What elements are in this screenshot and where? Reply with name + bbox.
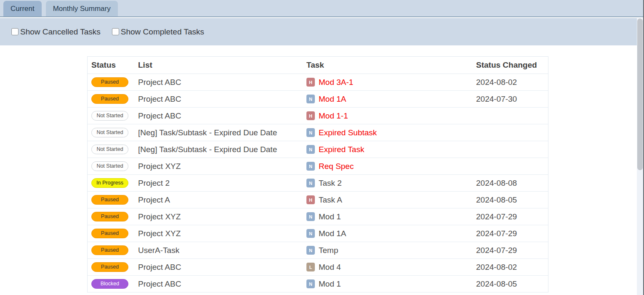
column-header-status: Status [88,61,138,70]
priority-n-icon: N [306,145,315,154]
show-completed-label[interactable]: Show Completed Tasks [121,27,204,37]
table-row[interactable]: PausedProject ABCLMod 42024-08-02 [88,259,548,276]
list-name: Project XYZ [138,229,304,238]
task-cell: NTemp [304,246,476,255]
status-badge: Paused [91,77,128,87]
list-name: Project ABC [138,263,304,272]
task-cell: NExpired Subtask [304,128,476,137]
status-cell: Paused [88,195,138,205]
task-cell: NTask 2 [304,179,476,188]
filter-show-completed: Show Completed Tasks [112,27,204,37]
show-completed-checkbox[interactable] [112,28,119,35]
status-badge: Paused [91,245,128,255]
status-badge: Paused [91,262,128,272]
table-row[interactable]: Not StartedProject ABCHMod 1-1 [88,108,548,124]
scrollbar-thumb[interactable] [637,18,643,170]
tab-current[interactable]: Current [3,1,42,16]
table-row[interactable]: BlockedProject ABCNMod 12024-08-05 [88,276,548,292]
status-badge: Paused [91,94,128,104]
status-cell: Paused [88,229,138,239]
table-row[interactable]: PausedProject XYZNMod 1A2024-07-29 [88,225,548,242]
list-name: Project XYZ [138,212,304,221]
list-name: Project XYZ [138,162,304,171]
table-row[interactable]: Not Started[Neg] Task/Subtask - Expired … [88,141,548,158]
list-name: Project 2 [138,179,304,188]
status-changed-date: 2024-08-05 [476,279,548,289]
priority-h-icon: H [306,111,315,120]
status-changed-date: 2024-07-30 [476,95,548,104]
status-cell: Not Started [88,111,138,121]
status-cell: In Progress [88,178,138,188]
status-cell: Blocked [88,279,138,289]
task-name[interactable]: Req Spec [319,162,354,171]
task-cell: HTask A [304,195,476,205]
show-cancelled-label[interactable]: Show Cancelled Tasks [20,27,101,37]
priority-l-icon: L [306,263,315,271]
task-name[interactable]: Mod 1-1 [319,111,348,121]
priority-n-icon: N [306,179,315,187]
status-badge: Not Started [91,161,128,171]
app-window: Current Monthly Summary Show Cancelled T… [0,0,644,295]
status-badge: In Progress [91,178,128,188]
status-cell: Paused [88,245,138,255]
task-name[interactable]: Mod 4 [319,263,341,272]
status-changed-date: 2024-07-29 [476,229,548,238]
table-row[interactable]: PausedProject ABCNMod 1A2024-07-30 [88,91,548,108]
task-name[interactable]: Task 2 [319,179,342,188]
task-cell: HMod 3A-1 [304,78,476,87]
priority-n-icon: N [306,246,315,255]
list-name: Project ABC [138,279,304,289]
tab-monthly-summary[interactable]: Monthly Summary [46,1,118,16]
filter-bar: Show Cancelled Tasks Show Completed Task… [0,18,644,45]
table-row[interactable]: In ProgressProject 2NTask 22024-08-08 [88,175,548,192]
task-cell: NExpired Task [304,145,476,154]
list-name: Project A [138,195,304,205]
task-name[interactable]: Mod 1 [319,212,341,221]
status-cell: Not Started [88,145,138,155]
show-cancelled-checkbox[interactable] [11,28,19,35]
priority-n-icon: N [306,95,315,103]
table-row[interactable]: PausedProject XYZNMod 12024-07-29 [88,208,548,225]
list-name: [Neg] Task/Subtask - Expired Due Date [138,145,304,154]
priority-n-icon: N [306,162,315,171]
task-name[interactable]: Temp [319,246,338,255]
status-cell: Paused [88,94,138,104]
task-cell: NMod 1A [304,95,476,104]
table-body: PausedProject ABCHMod 3A-12024-08-02Paus… [88,74,548,292]
status-badge: Paused [91,195,128,205]
table-header: Status List Task Status Changed [88,57,548,74]
task-cell: NMod 1 [304,279,476,289]
priority-h-icon: H [306,195,315,204]
table-row[interactable]: PausedProject AHTask A2024-08-05 [88,192,548,208]
status-cell: Not Started [88,161,138,171]
table-row[interactable]: PausedProject ABCHMod 3A-12024-08-02 [88,74,548,91]
status-badge: Not Started [91,111,128,121]
column-header-list: List [138,61,304,70]
task-name[interactable]: Expired Task [319,145,364,154]
task-cell: NMod 1A [304,229,476,238]
task-table: Status List Task Status Changed PausedPr… [87,56,548,292]
table-row[interactable]: PausedUserA-TaskNTemp2024-07-29 [88,242,548,259]
priority-h-icon: H [306,78,315,87]
status-cell: Not Started [88,128,138,138]
table-row[interactable]: Not Started[Neg] Task/Subtask - Expired … [88,124,548,141]
status-changed-date: 2024-08-05 [476,195,548,205]
task-name[interactable]: Expired Subtask [319,128,377,137]
task-name[interactable]: Mod 3A-1 [319,78,353,87]
task-name[interactable]: Task A [319,195,342,205]
status-changed-date: 2024-08-08 [476,179,548,188]
vertical-scrollbar[interactable] [637,18,643,295]
list-name: Project ABC [138,78,304,87]
task-name[interactable]: Mod 1A [319,229,346,238]
table-row[interactable]: Not StartedProject XYZNReq Spec [88,158,548,175]
status-badge: Not Started [91,128,128,138]
status-badge: Paused [91,229,128,239]
priority-n-icon: N [306,229,315,238]
tab-bar: Current Monthly Summary [0,0,644,17]
task-name[interactable]: Mod 1 [319,279,341,289]
status-cell: Paused [88,77,138,87]
task-name[interactable]: Mod 1A [319,95,346,104]
task-cell: HMod 1-1 [304,111,476,121]
status-changed-date: 2024-07-29 [476,246,548,255]
priority-n-icon: N [306,279,315,288]
